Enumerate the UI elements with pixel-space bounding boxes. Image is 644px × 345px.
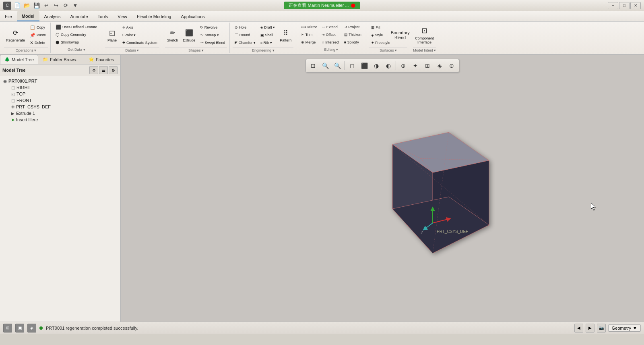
tree-item-front[interactable]: ◱ FRONT	[2, 97, 118, 104]
revolve-button[interactable]: ↻ Revolve	[198, 24, 227, 31]
new-button[interactable]: 📄	[13, 1, 22, 10]
menu-flexible-modeling[interactable]: Flexible Modeling	[132, 11, 176, 21]
draft-button[interactable]: ◈ Draft ▾	[258, 24, 277, 31]
shrinkwrap-button[interactable]: ⬢ Shrinkwrap	[54, 39, 99, 46]
orient-button[interactable]: ✦	[410, 60, 421, 71]
status-next-button[interactable]: ▶	[586, 324, 594, 333]
zoom-in-button[interactable]: 🔍	[320, 60, 331, 71]
shell-button[interactable]: ▣ Shell	[258, 31, 277, 39]
pattern-button[interactable]: ⠿ Pattern	[278, 23, 293, 47]
sweep-button[interactable]: 〜 Sweep ▾	[198, 31, 227, 39]
maximize-button[interactable]: □	[619, 2, 630, 9]
3d-scene: Z PRT_CSYS_DEF	[334, 128, 495, 278]
user-defined-feature-button[interactable]: ⬛ User-Defined Feature	[54, 23, 99, 31]
project-button[interactable]: ⊿ Project	[342, 23, 363, 31]
style-button[interactable]: ◈ Style	[369, 31, 392, 39]
delete-button[interactable]: ✕ Delete	[28, 39, 48, 46]
status-icon-grid[interactable]: ⊞	[3, 324, 12, 333]
editing-label: Editing ▾	[299, 47, 363, 52]
undo-button[interactable]: ↩	[42, 1, 51, 10]
qa-more-button[interactable]: ▼	[71, 1, 80, 10]
status-icon-frame[interactable]: ▣	[15, 324, 24, 333]
regenerate-button[interactable]: ⟳ Regenerate	[4, 23, 27, 47]
rib-button[interactable]: ≡ Rib ▾	[258, 39, 277, 46]
tree-item-insert-here[interactable]: ➤ Insert Here	[2, 116, 118, 123]
intersect-button[interactable]: ∩ Intersect	[320, 39, 341, 46]
mirror-button[interactable]: ⟺ Mirror	[299, 23, 319, 31]
shaded-button[interactable]: ⬛	[359, 60, 370, 71]
menu-tools[interactable]: Tools	[93, 11, 113, 21]
component-interface-button[interactable]: ⊡ ComponentInterface	[413, 23, 436, 47]
zoom-out-button[interactable]: 🔍	[332, 60, 343, 71]
tree-filter-button[interactable]: ⚙	[109, 66, 118, 74]
status-geometry-dropdown[interactable]: Geometry ▼	[608, 324, 641, 332]
paste-button[interactable]: 📌 Paste	[28, 31, 48, 39]
point-button[interactable]: • Point ▾	[120, 31, 159, 39]
open-button[interactable]: 📂	[23, 1, 31, 10]
status-camera-button[interactable]: 📷	[597, 324, 606, 333]
repaint-button[interactable]: ◈	[434, 60, 445, 71]
offset-button[interactable]: ⇥ Offset	[320, 31, 341, 38]
ribbon-group-datum: ◱ Plane ✛ Axis • Point ▾ ✚ Coordinate Sy…	[103, 23, 162, 53]
statusbar-left: ⊞ ▣ ◈ PRT0001 regeneration completed suc…	[3, 324, 138, 333]
tree-item-extrude1[interactable]: ▶ Extrude 1	[2, 110, 118, 116]
wireframe-button[interactable]: ◻	[347, 60, 358, 71]
no-hidden-button[interactable]: ◐	[383, 60, 394, 71]
component-interface-label: ComponentInterface	[415, 36, 434, 44]
round-button[interactable]: ⌒ Round	[233, 31, 258, 39]
chamfer-button[interactable]: ◤ Chamfer ▾	[233, 39, 258, 46]
copy-geometry-button[interactable]: ⬡ Copy Geometry	[54, 31, 99, 38]
menu-applications[interactable]: Applications	[176, 11, 209, 21]
save-button[interactable]: 💾	[32, 1, 41, 10]
extrude-tree-icon: ▶	[11, 111, 14, 116]
ribbon-group-editing: ⟺ Mirror ✂ Trim ⊕ Merge ↔ Extend ⇥ Offse…	[297, 23, 366, 53]
extend-button[interactable]: ↔ Extend	[320, 23, 341, 31]
tab-folder-browser[interactable]: 📁 Folder Brows...	[38, 55, 84, 64]
tree-item-top[interactable]: ◱ TOP	[2, 91, 118, 97]
status-icon-model[interactable]: ◈	[27, 324, 36, 333]
menu-annotate[interactable]: Annotate	[65, 11, 93, 21]
hidden-line-button[interactable]: ◑	[371, 60, 382, 71]
boundary-blend-button[interactable]: BoundaryBlend	[393, 23, 407, 47]
freestyle-button[interactable]: ✦ Freestyle	[369, 39, 392, 46]
merge-button[interactable]: ⊕ Merge	[299, 39, 319, 46]
tree-settings-button[interactable]: ⚙	[89, 66, 98, 74]
regen-button[interactable]: ⟳	[61, 1, 70, 10]
copy-button[interactable]: 📋 Copy	[28, 24, 48, 31]
minimize-button[interactable]: −	[608, 2, 618, 9]
tab-favorites[interactable]: ⭐ Favorites	[84, 55, 118, 64]
extrude-button[interactable]: ⬛ Extrude	[181, 23, 197, 47]
solidify-button[interactable]: ■ Solidify	[342, 39, 363, 46]
thicken-button[interactable]: ▤ Thicken	[342, 31, 363, 38]
tree-columns-button[interactable]: ☰	[99, 66, 108, 74]
trim-button[interactable]: ✂ Trim	[299, 31, 319, 38]
status-prev-button[interactable]: ◀	[574, 324, 583, 333]
close-button[interactable]: ✕	[630, 2, 641, 9]
plane-button[interactable]: ◱ Plane	[105, 23, 120, 47]
menu-model[interactable]: Model	[17, 11, 39, 21]
regenerate-icon: ⟳	[11, 28, 21, 37]
menu-analysis[interactable]: Analysis	[39, 11, 66, 21]
hole-button[interactable]: ⊙ Hole	[233, 24, 258, 31]
viewport[interactable]: ⊡ 🔍 🔍 ◻ ⬛ ◑ ◐ ⊕ ✦ ⊞ ◈ ⊙	[121, 55, 644, 322]
insert-here-icon: ➤	[11, 118, 14, 122]
spin-center-button[interactable]: ⊕	[398, 60, 409, 71]
zoom-fit-button[interactable]: ⊡	[308, 60, 319, 71]
fill-button[interactable]: ▦ Fill	[369, 24, 392, 31]
tree-controls: ⚙ ☰ ⚙	[89, 66, 118, 74]
menu-view[interactable]: View	[113, 11, 132, 21]
sketch-button[interactable]: ✏ Sketch	[165, 23, 180, 47]
coord-system-button[interactable]: ✚ Coordinate System	[120, 39, 159, 46]
view-manager-button[interactable]: ⊞	[422, 60, 433, 71]
status-dropdown-arrow: ▼	[633, 326, 637, 330]
tree-item-right[interactable]: ◱ RIGHT	[2, 84, 118, 91]
swept-blend-button[interactable]: 〰 Swept Blend	[198, 39, 227, 46]
operations-buttons: ⟳ Regenerate 📋 Copy 📌 Paste ✕ Delete	[4, 23, 48, 47]
axis-button[interactable]: ✛ Axis	[120, 24, 159, 31]
tab-model-tree[interactable]: 🌲 Model Tree	[0, 55, 38, 64]
trail-button[interactable]: ⊙	[446, 60, 457, 71]
redo-button[interactable]: ↪	[52, 1, 60, 10]
tree-item-prt0001[interactable]: ◉ PRT0001.PRT	[2, 78, 118, 84]
menu-file[interactable]: File	[0, 11, 17, 21]
tree-item-prt-csys-def[interactable]: ✚ PRT_CSYS_DEF	[2, 104, 118, 110]
